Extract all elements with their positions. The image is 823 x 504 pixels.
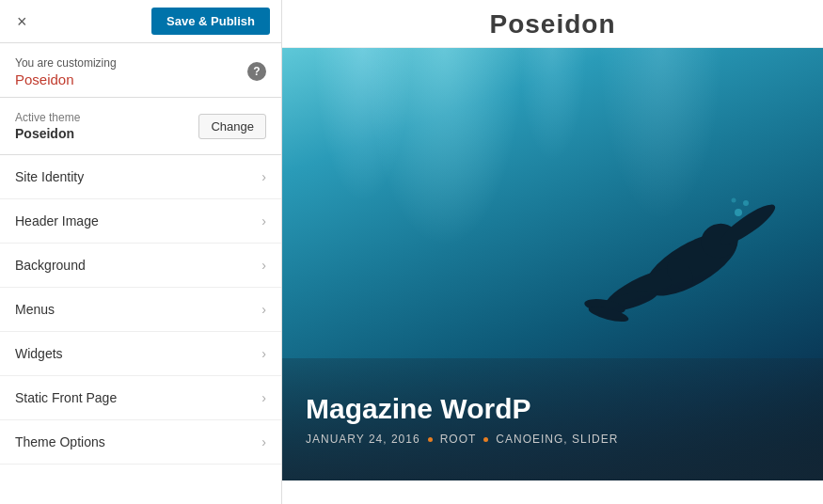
menu-item-label: Menus — [15, 302, 55, 317]
menu-item-site-identity[interactable]: Site Identity › — [0, 155, 281, 199]
chevron-right-icon: › — [261, 302, 266, 317]
site-title: Poseidon — [282, 9, 823, 39]
menu-item-label: Static Front Page — [15, 390, 117, 405]
close-button[interactable]: × — [11, 9, 33, 34]
active-theme-label: Active theme — [15, 111, 80, 124]
svg-point-9 — [743, 200, 749, 206]
active-theme-name: Poseidon — [15, 126, 80, 141]
chevron-right-icon: › — [261, 346, 266, 361]
hero-meta-author: ROOT — [440, 433, 477, 446]
hero-meta-date: JANUARY 24, 2016 — [306, 433, 420, 446]
customizing-section: You are customizing Poseidon ? — [0, 43, 281, 98]
customizer-panel: × Save & Publish You are customizing Pos… — [0, 0, 282, 504]
hero-meta: JANUARY 24, 2016 ROOT CANOEING, SLIDER — [306, 433, 799, 446]
chevron-right-icon: › — [261, 434, 266, 449]
hero-area: Magazine WordP JANUARY 24, 2016 ROOT CAN… — [282, 48, 823, 480]
menu-item-static-front-page[interactable]: Static Front Page › — [0, 376, 281, 420]
hero-meta-dot-2 — [483, 437, 488, 442]
menu-item-label: Widgets — [15, 346, 63, 361]
close-icon: × — [17, 12, 27, 31]
menu-item-label: Site Identity — [15, 169, 84, 184]
help-icon[interactable]: ? — [247, 62, 266, 81]
hero-meta-dot-1 — [428, 437, 433, 442]
customizing-label: You are customizing — [15, 56, 266, 70]
menu-item-widgets[interactable]: Widgets › — [0, 332, 281, 376]
hero-meta-tags: CANOEING, SLIDER — [496, 433, 618, 446]
hero-title: Magazine WordP — [306, 393, 799, 425]
active-theme-section: Active theme Poseidon Change — [0, 98, 281, 155]
svg-point-8 — [735, 209, 742, 216]
customizing-name: Poseidon — [15, 71, 74, 87]
change-theme-button[interactable]: Change — [198, 114, 266, 139]
menu-item-background[interactable]: Background › — [0, 244, 281, 288]
save-publish-button[interactable]: Save & Publish — [151, 8, 270, 35]
svg-point-10 — [732, 198, 736, 203]
active-theme-info: Active theme Poseidon — [15, 111, 80, 141]
site-title-bar: Poseidon — [282, 0, 823, 48]
preview-panel: Poseidon — [282, 0, 823, 504]
chevron-right-icon: › — [261, 169, 266, 184]
menu-item-label: Theme Options — [15, 434, 105, 449]
chevron-right-icon: › — [261, 213, 266, 228]
menu-item-header-image[interactable]: Header Image › — [0, 199, 281, 244]
menu-item-label: Header Image — [15, 213, 99, 228]
chevron-right-icon: › — [261, 258, 266, 273]
top-bar: × Save & Publish — [0, 0, 281, 43]
menu-items-list: Site Identity › Header Image › Backgroun… — [0, 155, 281, 504]
menu-item-label: Background — [15, 258, 86, 273]
chevron-right-icon: › — [261, 390, 266, 405]
menu-item-theme-options[interactable]: Theme Options › — [0, 420, 281, 465]
hero-overlay: Magazine WordP JANUARY 24, 2016 ROOT CAN… — [282, 358, 823, 480]
menu-item-menus[interactable]: Menus › — [0, 288, 281, 332]
